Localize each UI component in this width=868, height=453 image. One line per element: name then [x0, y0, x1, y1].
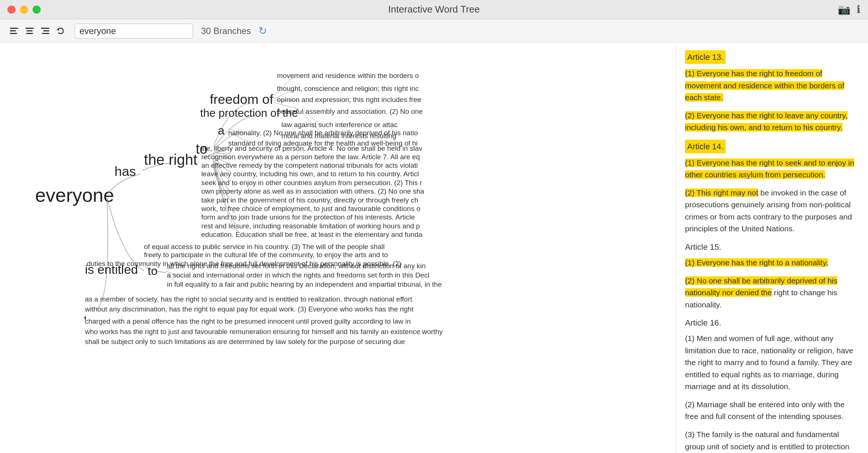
freedom-branch-3: opinion and expression; this right inclu… [277, 96, 421, 103]
bottom-branch-2: without any discrimination, has the righ… [85, 305, 414, 313]
a-branch-1: nationality. (2) No one shall be arbitra… [228, 129, 418, 137]
article-16-p3: (3) The family is the natural and fundam… [685, 429, 859, 453]
svg-rect-2 [10, 33, 17, 34]
article-14-p1-highlight: (1) Everyone has the right to seek and t… [685, 159, 854, 179]
to-branch-take-part: take part in the government of his count… [201, 196, 418, 204]
branches-label: 30 Branches [201, 26, 251, 36]
info-icon[interactable]: ℹ [857, 3, 861, 16]
article-15: Article 15. (1) Everyone has the right t… [685, 241, 859, 311]
to-branch-form: form and to join trade unions for the pr… [201, 213, 415, 221]
undo-button[interactable] [54, 24, 67, 38]
svg-rect-5 [26, 33, 33, 34]
svg-rect-7 [43, 30, 49, 31]
bottom-branch-4: who works has the right to just and favo… [85, 328, 443, 336]
refresh-button[interactable]: ↻ [258, 25, 267, 37]
branch-freely: freely to participate in the cultural li… [144, 251, 388, 259]
article-14-title: Article 14. [685, 140, 726, 153]
article-13-p1: (1) Everyone has the right to freedom of… [685, 68, 859, 104]
to-branch-education: education. Education shall be free, at l… [201, 231, 422, 238]
freedom-branch-4: peaceful assembly and association. (2) N… [277, 108, 423, 115]
entitled-branch-3: in full equality to a fair and public he… [167, 280, 442, 288]
article-15-p1: (1) Everyone has the right to a national… [685, 257, 859, 269]
top-right-icons: 📷 ℹ [838, 3, 861, 16]
article-16: Article 16. (1) Men and women of full ag… [685, 317, 859, 453]
maximize-button[interactable] [33, 6, 41, 14]
align-right-button[interactable] [38, 24, 52, 38]
svg-rect-0 [10, 28, 18, 29]
traffic-lights [7, 6, 41, 14]
svg-rect-6 [41, 28, 49, 29]
to-branch-work: work, to free choice of employment, to j… [201, 205, 420, 212]
close-button[interactable] [7, 6, 16, 14]
to-branch-property: own property alone as well as in associa… [201, 187, 424, 195]
tree-canvas[interactable]: everyone has the right to [0, 43, 676, 453]
camera-icon[interactable]: 📷 [838, 3, 851, 16]
article-13: Article 13. (1) Everyone has the right t… [685, 50, 859, 134]
bottom-branch-3: charged with a penal offence has the rig… [85, 317, 411, 325]
align-center-button[interactable] [23, 24, 36, 38]
freedom-of-node[interactable]: freedom of [210, 92, 274, 107]
article-15-title: Article 15. [685, 241, 859, 253]
the-protection-node[interactable]: the protection of the [200, 107, 298, 119]
article-13-title: Article 13. [685, 50, 726, 64]
window-title: Interactive Word Tree [388, 4, 480, 15]
article-13-p2-highlight: (2) Everyone has the right to leave any … [685, 111, 848, 132]
titlebar: Interactive Word Tree 📷 ℹ [0, 0, 868, 19]
to-branch-remedy: an effective remedy by the competent nat… [201, 161, 418, 169]
article-14-p1: (1) Everyone has the right to seek and t… [685, 157, 859, 181]
a-node[interactable]: a [218, 124, 224, 137]
entitled-branch-2: a social and international order in whic… [167, 271, 430, 279]
has-node[interactable]: has [115, 164, 136, 179]
protection-branch-1: law against such interference or attac [281, 121, 397, 129]
article-15-p2-highlight: (2) No one shall be arbitrarily deprived… [685, 276, 837, 297]
to-branch-recognition: recognition everywhere as a person befor… [201, 153, 420, 161]
root-node[interactable]: everyone [35, 184, 114, 206]
tree-svg: everyone has the right to [0, 43, 676, 453]
article-16-p1: (1) Men and women of full age, without a… [685, 333, 859, 393]
article-14-p2-highlight: (2) This right may not [685, 188, 758, 197]
svg-rect-4 [27, 30, 33, 31]
search-input[interactable] [75, 24, 193, 38]
svg-rect-3 [26, 28, 34, 29]
main-area: everyone has the right to [0, 43, 868, 453]
svg-rect-8 [42, 33, 49, 34]
to-branch-life: life, liberty and security of person. Ar… [201, 144, 422, 152]
align-left-button[interactable] [7, 24, 21, 38]
article-15-p1-highlight: (1) Everyone has the right to a national… [685, 258, 828, 267]
branch-duties: duties to the community in which alone t… [87, 260, 401, 268]
article-16-p2: (2) Marriage shall be entered into only … [685, 399, 859, 423]
branch-equal-access: of equal access to public service in his… [144, 243, 385, 251]
article-16-title: Article 16. [685, 317, 859, 329]
the-right-node[interactable]: the right [144, 151, 197, 168]
article-14: Article 14. (1) Everyone has the right t… [685, 140, 859, 235]
article-13-p2: (2) Everyone has the right to leave any … [685, 110, 859, 134]
svg-rect-1 [10, 30, 16, 31]
freedom-branch-1: movement and residence within the border… [277, 72, 419, 80]
to-branch-seek: seek and to enjoy in other countries asy… [201, 179, 422, 187]
bottom-branch-1: as a member of society, has the right to… [85, 295, 413, 303]
freedom-branch-2: thought, conscience and religion; this r… [277, 85, 419, 92]
article-13-p1-highlight: (1) Everyone has the right to freedom of… [685, 69, 844, 102]
toolbar: 30 Branches ↻ [0, 19, 868, 43]
article-15-p2: (2) No one shall be arbitrarily deprived… [685, 275, 859, 311]
to-branch-rest: rest and leisure, including reasonable l… [201, 222, 420, 230]
article-14-p2: (2) This right may not be invoked in the… [685, 187, 859, 235]
minimize-button[interactable] [20, 6, 28, 14]
bottom-branch-5: shall be subject only to such limitation… [85, 338, 405, 345]
to-branch-leave: leave any country, including his own, an… [201, 170, 419, 178]
toolbar-icons [7, 24, 67, 38]
right-panel[interactable]: Article 13. (1) Everyone has the right t… [676, 43, 868, 453]
